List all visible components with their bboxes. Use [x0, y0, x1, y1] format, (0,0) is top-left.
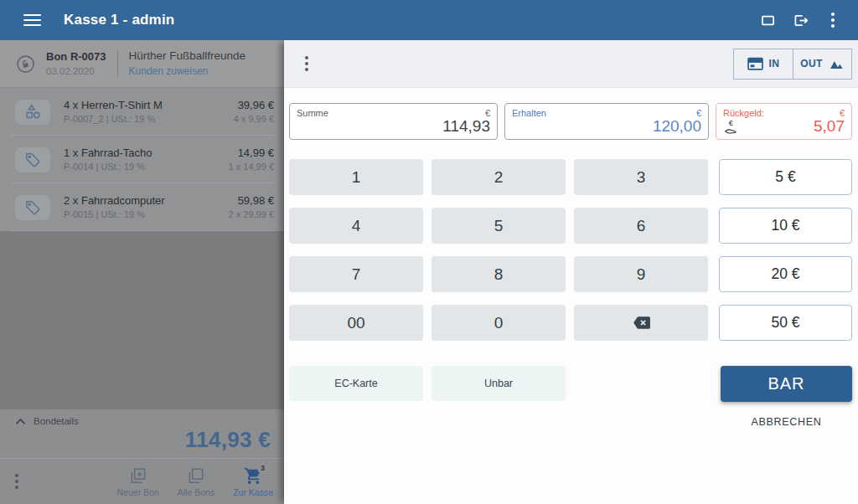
sum-label: Summe	[297, 108, 328, 118]
key-3[interactable]: 3	[574, 159, 708, 195]
money-out-icon	[829, 59, 845, 69]
cart-count-badge: 3	[257, 462, 269, 474]
header-divider	[117, 50, 118, 77]
cash-in-label: IN	[769, 58, 780, 69]
key-8[interactable]: 8	[432, 256, 566, 292]
backspace-icon	[631, 312, 652, 333]
bon-info: Bon R-0073 03.02.2020	[46, 50, 106, 78]
lock-icon[interactable]	[16, 54, 35, 74]
ec-card-button[interactable]: EC-Karte	[289, 366, 423, 401]
payment-panel: IN OUT Summe	[284, 40, 858, 504]
bon-details-label: Bondetails	[34, 416, 79, 426]
payment-toolbar: IN OUT	[284, 40, 858, 88]
item-calculation: 1 x 14,99 €	[229, 162, 274, 173]
payment-overflow-menu-icon[interactable]	[305, 54, 308, 73]
sum-field[interactable]: Summe € 114,93	[289, 103, 498, 140]
chevron-up-icon	[15, 418, 26, 425]
receipt-panel: Bon R-0073 03.02.2020 Hürther Fußballfre…	[0, 40, 284, 504]
title-bar: Kasse 1 - admin	[0, 0, 858, 40]
keypad: 1 2 3 5 € 4 5 6 10 € 7 8 9	[289, 159, 852, 341]
receipt-total: 114,93 €	[15, 427, 272, 453]
change-label: Rückgeld:	[723, 108, 764, 118]
key-5[interactable]: 5	[432, 208, 566, 244]
variants-icon	[15, 100, 50, 125]
item-total: 59,98 €	[229, 194, 274, 208]
key-7[interactable]: 7	[289, 256, 423, 292]
payment-content: Summe € 114,93 Erhalten € 120,00 Rückgel…	[284, 88, 858, 428]
denomination-20-button[interactable]: 20 €	[719, 256, 852, 292]
page-title: Kasse 1 - admin	[64, 12, 174, 28]
received-field[interactable]: Erhalten € 120,00	[504, 103, 709, 140]
denomination-10-button[interactable]: 10 €	[719, 208, 852, 244]
checkout-button[interactable]: 3 Zur Kasse	[233, 466, 273, 497]
cash-in-out-group: IN OUT	[733, 49, 852, 80]
sum-value: 114,93	[442, 117, 490, 136]
key-0[interactable]: 0	[432, 305, 566, 341]
amount-fields: Summe € 114,93 Erhalten € 120,00 Rückgel…	[289, 103, 852, 140]
payment-methods: EC-Karte Unbar BAR	[289, 366, 852, 402]
key-6[interactable]: 6	[574, 208, 708, 244]
item-details: P-0014 | USt.: 19 %	[64, 162, 152, 173]
all-bons-button[interactable]: Alle Bons	[178, 466, 214, 497]
customer-name: Hürther Fußballfreunde	[129, 49, 246, 64]
logout-icon[interactable]	[790, 10, 810, 30]
receipt-item[interactable]: 4 x Herren-T-Shirt M P-0007_2 | USt.: 19…	[0, 88, 284, 136]
item-title: 2 x Fahrradcomputer	[64, 194, 165, 208]
cash-pay-button[interactable]: BAR	[721, 366, 852, 402]
all-bons-label: Alle Bons	[178, 487, 214, 497]
item-total: 39,96 €	[234, 99, 274, 112]
customer-info: Hürther Fußballfreunde Kunden zuweisen	[129, 49, 246, 78]
cash-drawer-window-icon[interactable]	[757, 10, 778, 30]
received-label: Erhalten	[512, 108, 546, 118]
cash-out-label: OUT	[800, 58, 823, 69]
assign-customer-link[interactable]: Kunden zuweisen	[129, 65, 246, 79]
bon-details-toggle[interactable]: Bondetails	[15, 416, 272, 426]
cash-out-button[interactable]: OUT	[793, 49, 851, 79]
overflow-menu-icon[interactable]	[823, 10, 843, 30]
hand-euro-icon: €	[723, 118, 742, 136]
receipt-header: Bon R-0073 03.02.2020 Hürther Fußballfre…	[0, 40, 284, 88]
key-2[interactable]: 2	[432, 159, 566, 195]
cash-in-button[interactable]: IN	[734, 49, 793, 79]
pos-app: Kasse 1 - admin	[0, 0, 858, 504]
receipt-item[interactable]: 2 x Fahrradcomputer P-0015 | USt.: 19 % …	[0, 183, 284, 231]
tag-icon	[15, 195, 50, 220]
item-details: P-0015 | USt.: 19 %	[64, 209, 165, 221]
key-4[interactable]: 4	[289, 208, 423, 244]
svg-text:€: €	[729, 119, 733, 127]
key-1[interactable]: 1	[289, 159, 423, 195]
key-00[interactable]: 00	[289, 305, 423, 341]
titlebar-actions	[757, 10, 843, 30]
bon-date: 03.02.2020	[46, 65, 106, 77]
received-value: 120,00	[653, 117, 701, 136]
new-bon-button[interactable]: Neuer Bon	[117, 466, 159, 497]
cash-drawer-icon	[747, 57, 763, 71]
change-field: Rückgeld: € € 5,07	[716, 103, 852, 140]
receipt-item-list: 4 x Herren-T-Shirt M P-0007_2 | USt.: 19…	[0, 88, 284, 231]
new-bon-icon	[128, 466, 147, 486]
denomination-50-button[interactable]: 50 €	[719, 305, 852, 341]
cancel-button[interactable]: ABBRECHEN	[721, 416, 852, 428]
cancel-row: ABBRECHEN	[289, 416, 852, 428]
denomination-5-button[interactable]: 5 €	[719, 159, 852, 195]
item-calculation: 4 x 9,99 €	[234, 114, 274, 126]
checkout-label: Zur Kasse	[233, 487, 273, 497]
all-bons-icon	[186, 466, 205, 486]
bon-details-section: Bondetails 114,93 €	[0, 409, 284, 458]
new-bon-label: Neuer Bon	[117, 487, 159, 497]
non-cash-button[interactable]: Unbar	[432, 366, 566, 401]
change-value: 5,07	[814, 117, 845, 136]
item-details: P-0007_2 | USt.: 19 %	[64, 114, 163, 126]
receipt-item[interactable]: 1 x Fahrrad-Tacho P-0014 | USt.: 19 % 14…	[0, 136, 284, 183]
receipt-overflow-menu-icon[interactable]	[15, 472, 18, 491]
item-title: 4 x Herren-T-Shirt M	[64, 99, 163, 112]
backspace-key[interactable]	[574, 305, 708, 341]
key-9[interactable]: 9	[574, 256, 708, 292]
tag-icon	[15, 147, 50, 172]
item-total: 14,99 €	[229, 147, 274, 160]
receipt-empty-area	[0, 231, 284, 409]
item-calculation: 2 x 29,99 €	[229, 209, 274, 221]
menu-icon[interactable]	[23, 11, 41, 29]
receipt-action-bar: Neuer Bon Alle Bons	[0, 458, 284, 504]
item-title: 1 x Fahrrad-Tacho	[64, 147, 152, 160]
